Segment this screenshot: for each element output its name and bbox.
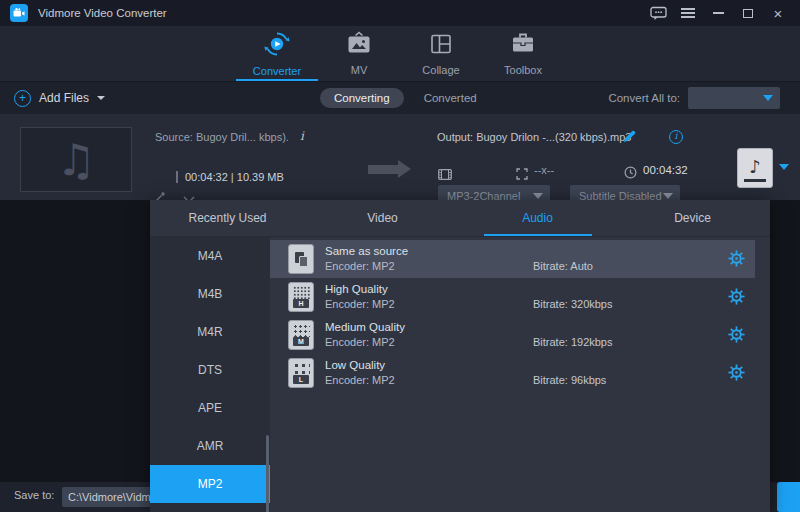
add-files-caret-icon[interactable] (97, 96, 105, 100)
output-duration: 00:04:32 (643, 164, 688, 176)
converter-icon (264, 31, 290, 61)
tab-recently-used-label: Recently Used (188, 211, 266, 225)
tab-converter-label: Converter (253, 65, 301, 77)
output-format-button[interactable]: ♪ (737, 148, 773, 188)
collage-icon (429, 32, 453, 60)
sidebar-item-mp2[interactable]: MP2 (150, 465, 270, 503)
copy-icon (288, 244, 314, 274)
convert-all-button[interactable] (777, 482, 800, 512)
convert-all-select[interactable] (688, 87, 780, 109)
preset-title: High Quality (325, 283, 388, 295)
tab-device[interactable]: Device (615, 200, 770, 236)
preset-bitrate: Bitrate: 320kbps (533, 298, 613, 310)
format-sidebar: M4A M4B M4R DTS APE AMR MP2 (150, 237, 270, 512)
tab-mv[interactable]: MV (318, 26, 400, 81)
sidebar-item-amr[interactable]: AMR (150, 427, 270, 465)
gear-icon[interactable] (728, 288, 745, 305)
sidebar-item-m4a[interactable]: M4A (150, 237, 270, 275)
app-window: Vidmore Video Converter × Converter (0, 0, 800, 512)
tab-collage-label: Collage (422, 64, 459, 76)
preset-row-low-quality[interactable]: L Low Quality Encoder: MP2 Bitrate: 96kb… (270, 354, 755, 392)
output-info-icon[interactable]: i (669, 130, 683, 144)
toolbar: + Add Files Converting Converted Convert… (0, 82, 800, 114)
app-title: Vidmore Video Converter (38, 7, 167, 19)
add-icon: + (14, 90, 31, 107)
film-icon (438, 166, 452, 184)
main-nav: Converter MV Collage Toolbox (0, 26, 800, 82)
chevron-down-icon (663, 193, 673, 199)
active-tab-underline (236, 79, 318, 81)
popup-tabs: Recently Used Video Audio Device (150, 200, 770, 237)
menu-icon[interactable] (676, 3, 700, 23)
sidebar-item-ape[interactable]: APE (150, 389, 270, 427)
tab-audio-label: Audio (522, 211, 553, 225)
music-note-icon: ♫ (56, 134, 95, 185)
source-duration-size: 00:04:32 | 10.39 MB (176, 171, 284, 183)
high-quality-icon: H (288, 282, 314, 312)
tab-video-label: Video (367, 211, 397, 225)
add-files-button[interactable]: + Add Files (14, 82, 105, 114)
convert-all-label: Convert All to: (608, 92, 680, 104)
format-bar (744, 179, 766, 182)
maximize-button[interactable] (736, 3, 760, 23)
feedback-icon[interactable] (646, 3, 670, 23)
gear-icon[interactable] (728, 250, 745, 267)
clock-icon (624, 165, 637, 183)
close-button[interactable]: × (766, 3, 790, 23)
preset-list: Same as source Encoder: MP2 Bitrate: Aut… (270, 237, 770, 512)
save-to-label: Save to: (14, 489, 54, 501)
sidebar-item-dts[interactable]: DTS (150, 351, 270, 389)
tab-video[interactable]: Video (305, 200, 460, 236)
preset-title: Same as source (325, 245, 408, 257)
convert-arrow-icon (368, 165, 398, 174)
resolution-value: --x-- (534, 164, 554, 176)
medium-quality-icon: M (288, 320, 314, 350)
tab-toolbox-label: Toolbox (504, 64, 542, 76)
queue-tabs: Converting Converted (320, 82, 477, 114)
source-filename: Source: Bugoy Dril... kbps). (155, 131, 289, 143)
sidebar-item-m4r[interactable]: M4R (150, 313, 270, 351)
preset-bitrate: Bitrate: 192kbps (533, 336, 613, 348)
preset-bitrate: Bitrate: Auto (533, 260, 593, 272)
resolution-icon (516, 166, 528, 184)
tab-device-label: Device (674, 211, 711, 225)
tab-audio[interactable]: Audio (460, 200, 615, 236)
gear-icon[interactable] (728, 326, 745, 343)
source-info-icon[interactable]: i (300, 129, 304, 143)
preset-encoder: Encoder: MP2 (325, 298, 395, 310)
tab-collage[interactable]: Collage (400, 26, 482, 81)
titlebar: Vidmore Video Converter × (0, 0, 800, 26)
tab-converted[interactable]: Converted (424, 92, 477, 104)
low-quality-icon: L (288, 358, 314, 388)
tab-recently-used[interactable]: Recently Used (150, 200, 305, 236)
preset-row-medium-quality[interactable]: M Medium Quality Encoder: MP2 Bitrate: 1… (270, 316, 755, 354)
file-thumbnail: ♫ (20, 127, 132, 192)
preset-row-high-quality[interactable]: H High Quality Encoder: MP2 Bitrate: 320… (270, 278, 755, 316)
convert-all-group: Convert All to: (608, 82, 780, 114)
output-filename: Output: Bugoy Drilon -...(320 kbps).mp3 (437, 131, 631, 143)
mv-icon (346, 31, 372, 60)
preset-bitrate: Bitrate: 96kbps (533, 374, 606, 386)
active-tab-underline (484, 234, 592, 236)
tab-mv-label: MV (351, 64, 368, 76)
sidebar-item-m4b[interactable]: M4B (150, 275, 270, 313)
app-logo-icon (10, 4, 28, 22)
preset-encoder: Encoder: MP2 (325, 336, 395, 348)
format-caret-icon[interactable] (779, 164, 789, 170)
chevron-down-icon (533, 193, 543, 199)
preset-encoder: Encoder: MP2 (325, 374, 395, 386)
minimize-button[interactable] (706, 3, 730, 23)
music-note-icon: ♪ (749, 156, 761, 177)
gear-icon[interactable] (728, 364, 745, 381)
toolbox-icon (510, 31, 536, 60)
sidebar-scrollbar[interactable] (266, 435, 269, 512)
window-controls: × (646, 3, 790, 23)
tab-toolbox[interactable]: Toolbox (482, 26, 564, 81)
preset-title: Low Quality (325, 359, 385, 371)
tab-converting[interactable]: Converting (320, 88, 404, 108)
tab-converter[interactable]: Converter (236, 26, 318, 81)
preset-encoder: Encoder: MP2 (325, 260, 395, 272)
edit-name-icon[interactable] (623, 129, 636, 147)
preset-row-same-as-source[interactable]: Same as source Encoder: MP2 Bitrate: Aut… (270, 240, 755, 278)
preset-title: Medium Quality (325, 321, 405, 333)
